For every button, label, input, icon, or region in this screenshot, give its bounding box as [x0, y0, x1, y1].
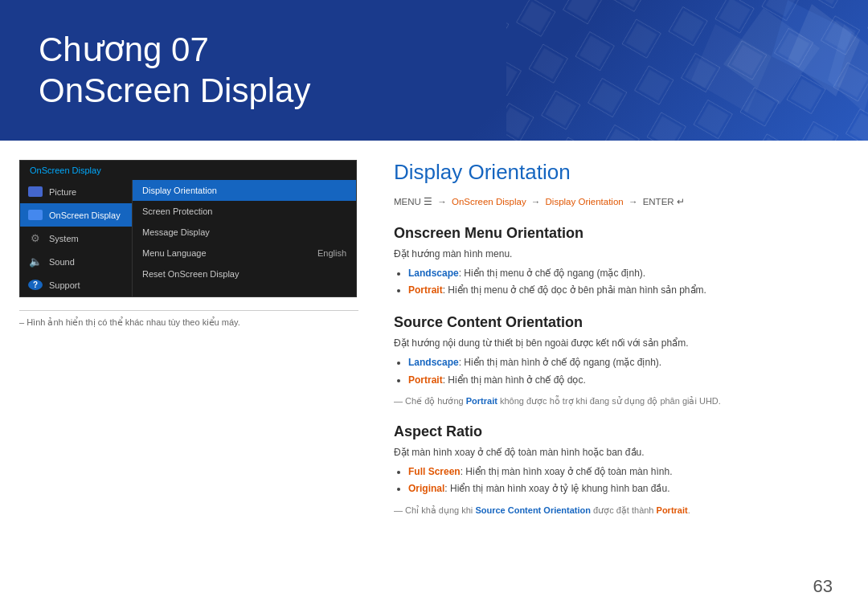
page-title: Display Orientation — [394, 160, 836, 185]
breadcrumb-arrow3: → — [628, 197, 641, 206]
breadcrumb-link1: OnScreen Display — [452, 197, 526, 206]
bullet-portrait-source: Portrait: Hiển thị màn hình ở chế độ dọc… — [408, 373, 836, 388]
source-content-note-highlight: Source Content Orientation — [475, 505, 591, 515]
landscape-label: Landscape — [408, 268, 459, 279]
breadcrumb-link2: Display Orientation — [546, 197, 624, 206]
landscape-source-text: : Hiển thị màn hình ở chế độ ngang (mặc … — [459, 357, 661, 368]
section-onscreen-menu-orientation: Onscreen Menu Orientation Đặt hướng màn … — [394, 225, 836, 298]
aspect-ratio-body: Đặt màn hình xoay ở chế độ toàn màn hình… — [394, 445, 836, 460]
breadcrumb-arrow1: → — [437, 197, 449, 206]
menu-item-sound-label: Sound — [49, 257, 75, 267]
source-content-body: Đặt hướng nội dung từ thiết bị bên ngoài… — [394, 336, 836, 350]
menu-ui-header: OnScreen Display — [20, 161, 356, 180]
subsection-title-source-content: Source Content Orientation — [394, 314, 836, 331]
submenu-screen-protection-label: Screen Protection — [142, 206, 212, 216]
subsection-title-onscreen-menu: Onscreen Menu Orientation — [394, 225, 836, 242]
bullet-fullscreen: Full Screen: Hiển thị màn hình xoay ở ch… — [408, 464, 836, 480]
header-decoration — [506, 0, 868, 141]
portrait-label: Portrait — [408, 284, 443, 296]
chapter-title: OnScreen Display — [39, 71, 310, 111]
aspect-ratio-note: ― Chỉ khả dụng khi Source Content Orient… — [394, 504, 836, 517]
picture-icon — [28, 186, 43, 197]
original-text: : Hiển thị màn hình xoay ở tỷ lệ khung h… — [444, 483, 669, 494]
onscreen-menu-body: Đặt hướng màn hình menu. — [394, 247, 836, 261]
bullet-landscape-source: Landscape: Hiển thị màn hình ở chế độ ng… — [408, 355, 836, 370]
section-source-content-orientation: Source Content Orientation Đặt hướng nội… — [394, 314, 836, 407]
bullet-original: Original: Hiển thị màn hình xoay ở tỷ lệ… — [408, 481, 836, 497]
portrait-note-highlight: Portrait — [466, 396, 497, 406]
menu-item-system[interactable]: ⚙ System — [20, 227, 132, 250]
submenu-item-screen-protection[interactable]: Screen Protection — [133, 201, 356, 222]
portrait-source-label: Portrait — [408, 374, 443, 386]
body-content: OnScreen Display Picture OnScreen Displa… — [0, 141, 868, 613]
section-aspect-ratio: Aspect Ratio Đặt màn hình xoay ở chế độ … — [394, 423, 836, 517]
breadcrumb-prefix: MENU — [394, 197, 424, 206]
onscreen-menu-bullets: Landscape: Hiển thị menu ở chế độ ngang … — [408, 266, 836, 298]
menu-note: – Hình ảnh hiển thị có thể khác nhau tùy… — [19, 310, 358, 328]
menu-note-text: – Hình ảnh hiển thị có thể khác nhau tùy… — [19, 317, 240, 327]
left-panel: OnScreen Display Picture OnScreen Displa… — [0, 141, 378, 613]
breadcrumb-arrow2: → — [531, 197, 543, 206]
landscape-text: : Hiển thị menu ở chế độ ngang (mặc định… — [459, 268, 645, 279]
submenu-item-message-display[interactable]: Message Display — [133, 222, 356, 243]
onscreen-display-icon — [28, 210, 43, 220]
submenu-message-display-label: Message Display — [142, 227, 210, 237]
breadcrumb-enter: ENTER ↵ — [643, 197, 685, 206]
submenu-item-menu-language[interactable]: Menu Language English — [133, 243, 356, 264]
subsection-title-aspect-ratio: Aspect Ratio — [394, 423, 836, 440]
bullet-portrait-menu: Portrait: Hiển thị menu ở chế độ dọc ở b… — [408, 283, 836, 298]
sound-icon: 🔈 — [28, 256, 43, 267]
page-number: 63 — [813, 576, 833, 597]
menu-item-onscreen-label: OnScreen Display — [49, 210, 121, 220]
breadcrumb: MENU ☰ → OnScreen Display → Display Orie… — [394, 196, 836, 207]
portrait-text: : Hiển thị menu ở chế độ dọc ở bên phải … — [443, 284, 706, 296]
menu-content: Picture OnScreen Display ⚙ System 🔈 — [20, 180, 356, 296]
menu-item-sound[interactable]: 🔈 Sound — [20, 250, 132, 273]
submenu-reset-label: Reset OnScreen Display — [142, 269, 239, 279]
menu-left-nav: Picture OnScreen Display ⚙ System 🔈 — [20, 180, 133, 296]
menu-item-support-label: Support — [49, 280, 80, 290]
source-content-note: ― Chế độ hướng Portrait không được hỗ tr… — [394, 394, 836, 408]
submenu-item-reset[interactable]: Reset OnScreen Display — [133, 264, 356, 284]
submenu-item-display-orientation[interactable]: Display Orientation — [133, 180, 356, 201]
menu-item-support[interactable]: ? Support — [20, 273, 132, 296]
submenu-display-orientation-label: Display Orientation — [142, 186, 217, 195]
menu-item-system-label: System — [49, 234, 79, 243]
chapter-number: Chương 07 — [39, 30, 310, 70]
menu-item-picture-label: Picture — [49, 187, 76, 197]
portrait-source-text: : Hiển thị màn hình ở chế độ dọc. — [443, 374, 586, 386]
original-label: Original — [408, 483, 444, 494]
gear-icon: ⚙ — [28, 233, 43, 243]
landscape-source-label: Landscape — [408, 357, 459, 368]
menu-header-label: OnScreen Display — [30, 166, 101, 175]
aspect-ratio-bullets: Full Screen: Hiển thị màn hình xoay ở ch… — [408, 464, 836, 497]
right-panel: Display Orientation MENU ☰ → OnScreen Di… — [378, 141, 868, 613]
bullet-landscape-menu: Landscape: Hiển thị menu ở chế độ ngang … — [408, 266, 836, 281]
menu-right-submenu: Display Orientation Screen Protection Me… — [133, 180, 356, 296]
menu-ui: OnScreen Display Picture OnScreen Displa… — [19, 160, 357, 297]
support-icon: ? — [28, 280, 43, 290]
header-title-block: Chương 07 OnScreen Display — [39, 30, 310, 111]
submenu-menu-language-value: English — [317, 248, 346, 258]
portrait-aspect-note-highlight: Portrait — [657, 505, 688, 515]
page-header: Chương 07 OnScreen Display — [0, 0, 868, 141]
submenu-menu-language-label: Menu Language — [142, 248, 207, 258]
source-content-bullets: Landscape: Hiển thị màn hình ở chế độ ng… — [408, 355, 836, 387]
fullscreen-label: Full Screen — [408, 466, 461, 477]
menu-item-picture[interactable]: Picture — [20, 180, 132, 203]
breadcrumb-menu-icon: ☰ — [424, 197, 432, 206]
fullscreen-text: : Hiển thị màn hình xoay ở chế độ toàn m… — [461, 466, 673, 477]
menu-item-onscreen-display[interactable]: OnScreen Display — [20, 203, 132, 227]
